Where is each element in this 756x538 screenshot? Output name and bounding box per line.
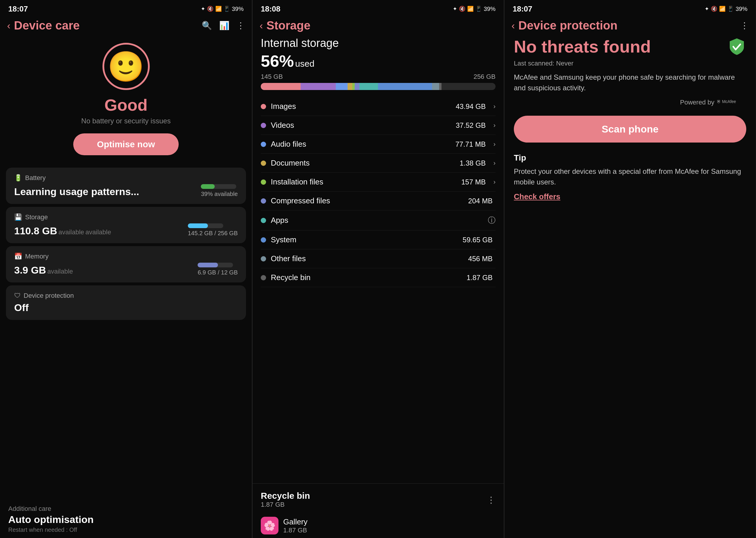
optimise-button[interactable]: Optimise now: [73, 134, 179, 155]
storage-right: 145.2 GB / 256 GB: [188, 230, 238, 237]
storage-dot-audio-files: [261, 142, 266, 147]
storage-list-item[interactable]: System59.65 GB: [261, 231, 495, 249]
top-bar-1: ‹ Device care 🔍 📊 ⋮: [0, 17, 252, 37]
chevron-right-icon: ›: [494, 159, 495, 167]
storage-list-item[interactable]: Installation files157 MB›: [261, 173, 495, 191]
bluetooth-icon-2: ✦: [453, 6, 457, 12]
svg-text:⛨ McAfee: ⛨ McAfee: [717, 99, 736, 104]
protection-icon: 🛡: [14, 292, 21, 299]
check-offers-link[interactable]: Check offers: [514, 192, 560, 201]
hero-subtitle: No battery or security issues: [81, 117, 171, 125]
storage-gb-row: 145 GB 256 GB: [261, 73, 495, 81]
chevron-right-icon: ›: [494, 103, 495, 110]
storage-list-item[interactable]: Images43.94 GB›: [261, 97, 495, 116]
more-icon-1[interactable]: ⋮: [237, 21, 245, 30]
status-time-2: 18:08: [261, 4, 280, 14]
storage-dot-system: [261, 237, 266, 242]
storage-item-name: Apps: [271, 216, 476, 225]
storage-progress: [188, 223, 208, 228]
storage-dot-videos: [261, 123, 266, 128]
storage-item-size: 456 MB: [468, 255, 493, 263]
auto-opt-sub: Restart when needed : Off: [0, 526, 252, 538]
storage-dot-documents: [261, 161, 266, 166]
storage-used: used: [295, 59, 315, 69]
top-bar-actions-1: 🔍 📊 ⋮: [202, 21, 245, 30]
storage-list-item[interactable]: Videos37.52 GB›: [261, 116, 495, 135]
powered-by: Powered by ⛨ McAfee: [514, 98, 746, 107]
panel-device-care: 18:07 ✦ 🔇 📶 📱 39% ‹ Device care 🔍 📊 ⋮ 🙂 …: [0, 0, 252, 538]
battery-text-3: 39%: [736, 6, 747, 12]
back-button-1[interactable]: ‹: [7, 20, 10, 31]
recycle-section: Recycle bin 1.87 GB ⋮: [253, 483, 504, 513]
more-icon-3[interactable]: ⋮: [740, 21, 749, 30]
status-icons-2: ✦ 🔇 📶 📱 39%: [453, 6, 495, 12]
back-button-2[interactable]: ‹: [260, 20, 263, 31]
additional-label: Additional care: [0, 502, 252, 514]
memory-right: 6.9 GB / 12 GB: [198, 269, 238, 276]
storage-item-size: 43.94 GB: [456, 102, 486, 111]
storage-sub2: available: [86, 229, 111, 236]
mute-icon-2: 🔇: [459, 6, 465, 12]
protection-content: No threats found Last scanned: Never McA…: [504, 37, 756, 538]
info-icon[interactable]: ⓘ: [488, 215, 495, 226]
memory-sub: available: [47, 268, 73, 275]
auto-opt-title: Auto optimisation: [0, 514, 252, 526]
scan-phone-button[interactable]: Scan phone: [514, 116, 746, 142]
recycle-more-icon[interactable]: ⋮: [487, 495, 495, 505]
storage-item-size: 1.38 GB: [460, 159, 486, 167]
storage-list-item[interactable]: Audio files77.71 MB›: [261, 135, 495, 154]
bar-videos: [301, 83, 336, 90]
storage-content: Internal storage 56% used 145 GB 256 GB …: [253, 37, 504, 481]
gallery-row[interactable]: 🌸 Gallery 1.87 GB: [253, 513, 504, 538]
storage-item-name: Videos: [271, 121, 451, 130]
analytics-icon-1[interactable]: 📊: [219, 21, 229, 30]
storage-list-item[interactable]: Other files456 MB: [261, 249, 495, 268]
panel-device-protection: 18:07 ✦ 🔇 📶 📱 39% ‹ Device protection ⋮ …: [504, 0, 756, 538]
protection-value: Off: [14, 302, 238, 313]
storage-item-size: 157 MB: [461, 178, 486, 186]
storage-item-size: 77.71 MB: [455, 140, 486, 148]
wifi-icon: 📶: [215, 6, 222, 12]
storage-dot-apps: [261, 218, 266, 223]
powered-by-text: Powered by: [680, 99, 714, 106]
status-time-1: 18:07: [8, 4, 28, 14]
chevron-right-icon: ›: [494, 178, 495, 186]
storage-item-name: Audio files: [271, 139, 451, 149]
bar-compressed: [355, 83, 359, 90]
status-icons-1: ✦ 🔇 📶 📱 39%: [201, 6, 244, 12]
storage-list-item[interactable]: Documents1.38 GB›: [261, 154, 495, 173]
storage-list-item[interactable]: Compressed files204 MB: [261, 191, 495, 210]
top-bar-2: ‹ Storage: [253, 17, 504, 37]
signal-icon: 📱: [223, 6, 230, 12]
storage-item-name: Compressed files: [271, 196, 463, 205]
storage-dot-images: [261, 104, 266, 109]
storage-item-name: Images: [271, 102, 451, 111]
battery-progress: [201, 184, 215, 189]
back-button-3[interactable]: ‹: [511, 20, 515, 31]
battery-text-2: 39%: [484, 6, 495, 12]
mcafee-logo: ⛨ McAfee: [717, 98, 746, 107]
bar-images: [261, 83, 301, 90]
battery-available: 39% available: [201, 190, 238, 197]
storage-dot-compressed-files: [261, 198, 266, 204]
storage-list-item[interactable]: Recycle bin1.87 GB: [261, 268, 495, 287]
battery-card[interactable]: 🔋 Battery Learning usage patterns... 39%…: [6, 168, 246, 204]
memory-card[interactable]: 📅 Memory 3.9 GB available 6.9 GB / 12 GB: [6, 246, 246, 283]
storage-card[interactable]: 💾 Storage 110.8 GB available available 1…: [6, 207, 246, 243]
recycle-header: Recycle bin 1.87 GB ⋮: [261, 491, 495, 509]
bar-other: [432, 83, 439, 90]
storage-item-name: Other files: [271, 254, 463, 263]
last-scanned: Last scanned: Never: [514, 60, 746, 67]
bar-install: [352, 83, 355, 90]
storage-percent: 56%: [261, 52, 294, 70]
storage-item-size: 37.52 GB: [456, 121, 486, 130]
storage-list-item[interactable]: Appsⓘ: [261, 210, 495, 231]
tip-title: Tip: [514, 153, 746, 163]
search-icon-1[interactable]: 🔍: [202, 21, 212, 30]
storage-dot-recycle-bin: [261, 275, 266, 280]
protection-desc: McAfee and Samsung keep your phone safe …: [514, 72, 746, 93]
device-protection-card[interactable]: 🛡 Device protection Off: [6, 285, 246, 320]
bar-apps: [359, 83, 378, 90]
no-threats-title: No threats found: [514, 37, 722, 57]
panel-storage: 18:08 ✦ 🔇 📶 📱 39% ‹ Storage Internal sto…: [252, 0, 504, 538]
